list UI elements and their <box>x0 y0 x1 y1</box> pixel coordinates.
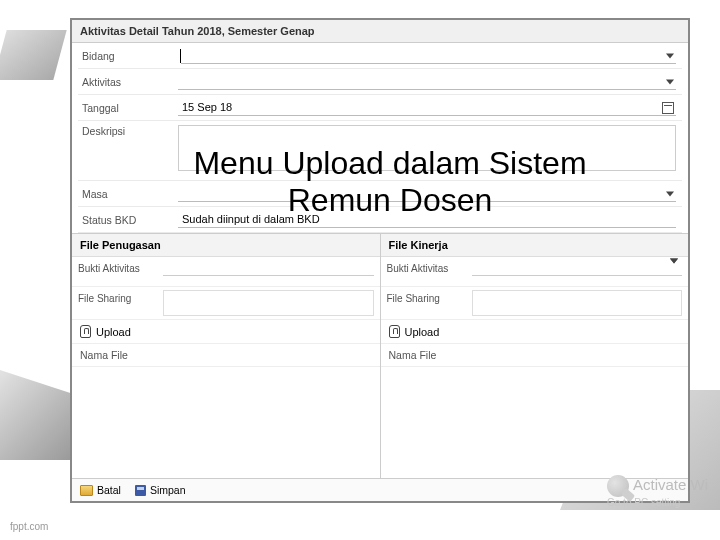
tanggal-input[interactable] <box>178 99 676 116</box>
penugasan-namafile-label: Nama File <box>72 344 380 367</box>
kinerja-header: File Kinerja <box>381 234 689 257</box>
bidang-input[interactable] <box>181 47 676 64</box>
masa-label: Masa <box>78 188 178 200</box>
batal-label: Batal <box>97 484 121 496</box>
penugasan-upload-label: Upload <box>96 326 131 338</box>
aktivitas-input[interactable] <box>178 73 676 90</box>
deskripsi-label: Deskripsi <box>78 125 178 137</box>
penugasan-share-label: File Sharing <box>78 290 163 304</box>
tanggal-datepicker[interactable] <box>178 99 682 116</box>
file-penugasan-column: File Penugasan Bukti Aktivitas File Shar… <box>72 234 381 478</box>
kinerja-namafile-label: Nama File <box>381 344 689 367</box>
aktivitas-dropdown[interactable] <box>178 73 682 90</box>
bidang-dropdown[interactable] <box>178 47 682 64</box>
aktivitas-label: Aktivitas <box>78 76 178 88</box>
watermark-line2: Go to PC setting <box>607 497 708 508</box>
key-icon <box>607 475 629 497</box>
kinerja-upload-label: Upload <box>405 326 440 338</box>
window-title: Aktivitas Detail Tahun 2018, Semester Ge… <box>72 20 688 43</box>
chevron-down-icon <box>666 53 674 58</box>
file-columns: File Penugasan Bukti Aktivitas File Shar… <box>72 233 688 478</box>
batal-button[interactable]: Batal <box>80 484 121 496</box>
deskripsi-textarea[interactable] <box>178 125 676 171</box>
tanggal-label: Tanggal <box>78 102 178 114</box>
upload-icon <box>80 325 91 338</box>
dialog-window: Aktivitas Detail Tahun 2018, Semester Ge… <box>70 18 690 503</box>
chevron-down-icon <box>666 191 674 196</box>
status-value: Sudah diinput di dalam BKD <box>178 211 676 228</box>
penugasan-bukti-label: Bukti Aktivitas <box>78 260 163 274</box>
file-kinerja-column: File Kinerja Bukti Aktivitas File Sharin… <box>381 234 689 478</box>
kinerja-share-label: File Sharing <box>387 290 472 304</box>
penugasan-upload-button[interactable]: Upload <box>72 320 380 344</box>
main-form: Bidang Aktivitas Tanggal Deskripsi <box>72 43 688 233</box>
kinerja-bukti-label: Bukti Aktivitas <box>387 260 472 274</box>
chevron-down-icon <box>666 79 674 84</box>
masa-dropdown[interactable] <box>178 185 682 202</box>
simpan-button[interactable]: Simpan <box>135 484 186 496</box>
kinerja-bukti-dropdown[interactable] <box>472 260 683 276</box>
footer-credit: fppt.com <box>10 521 48 532</box>
kinerja-upload-button[interactable]: Upload <box>381 320 689 344</box>
status-label: Status BKD <box>78 214 178 226</box>
windows-activation-watermark: Activate Wi Go to PC setting <box>607 475 708 508</box>
bg-decoration <box>0 30 67 80</box>
kinerja-share-box[interactable] <box>472 290 683 316</box>
chevron-down-icon <box>670 258 678 263</box>
penugasan-share-box[interactable] <box>163 290 374 316</box>
action-bar: Batal Simpan <box>72 478 688 501</box>
upload-icon <box>389 325 400 338</box>
masa-input[interactable] <box>178 185 676 202</box>
penugasan-header: File Penugasan <box>72 234 380 257</box>
simpan-label: Simpan <box>150 484 186 496</box>
penugasan-bukti-dropdown[interactable] <box>163 260 374 276</box>
watermark-line1: Activate Wi <box>633 476 708 493</box>
save-icon <box>135 485 146 496</box>
folder-icon <box>80 485 93 496</box>
bidang-label: Bidang <box>78 50 178 62</box>
calendar-icon[interactable] <box>662 102 674 114</box>
